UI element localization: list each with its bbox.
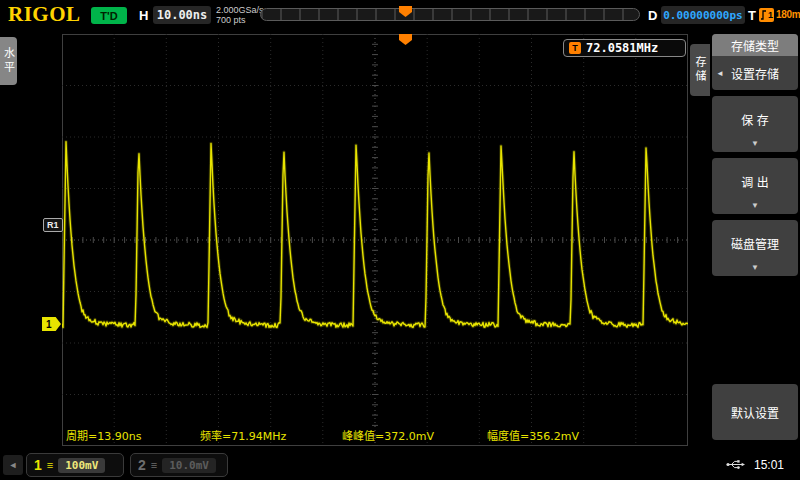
dropdown-icon: ▼ xyxy=(712,201,798,210)
memory-depth: 700 pts xyxy=(216,15,264,25)
menu-item-default-setup[interactable]: 默认设置 xyxy=(712,384,798,440)
channel1-badge[interactable]: 1 ≡ 100mV xyxy=(26,453,124,477)
menu-storage-type-value: ◄ 设置存储 xyxy=(712,56,798,90)
channel1-coupling-icon: ≡ xyxy=(47,459,53,471)
trigger-label: T xyxy=(748,8,756,23)
menu-storage-type-value-text: 设置存储 xyxy=(731,65,779,82)
channel1-level-marker: 1 xyxy=(42,317,61,331)
oscilloscope-screen: RIGOL T'D H 10.00ns 2.000GSa/s 700 pts D… xyxy=(0,0,800,480)
usb-icon xyxy=(726,458,746,471)
delay-label: D xyxy=(648,8,657,23)
reference-marker: R1 xyxy=(43,218,63,232)
trigger-status-badge: T'D xyxy=(91,7,127,24)
channel1-number: 1 xyxy=(34,457,42,473)
horizontal-label: H xyxy=(139,8,148,23)
timebase-readout[interactable]: 10.00ns xyxy=(153,6,211,24)
trigger-level-readout: 180mV xyxy=(776,9,800,20)
waveform-display xyxy=(62,34,688,446)
freq-counter-value: 72.0581MHz xyxy=(586,41,658,55)
freq-counter-trigger-icon: T xyxy=(569,42,581,54)
channel2-coupling-icon: ≡ xyxy=(151,459,157,471)
channel2-badge[interactable]: 2 ≡ 10.0mV xyxy=(130,453,228,477)
menu-default-label: 默认设置 xyxy=(712,384,798,440)
measurement-vpp: 峰峰值=372.0mV xyxy=(342,427,434,443)
clock: 15:01 xyxy=(754,458,784,472)
trigger-source-badge[interactable]: 1 xyxy=(759,8,774,22)
channel2-scale: 10.0mV xyxy=(162,458,216,473)
menu-item-disk-management[interactable]: 磁盘管理 ▼ xyxy=(712,220,798,276)
menu-disk-label: 磁盘管理 xyxy=(712,235,798,252)
delay-readout[interactable]: 0.00000000ps xyxy=(661,6,745,24)
dropdown-icon: ▼ xyxy=(712,263,798,272)
dropdown-icon: ▼ xyxy=(712,139,798,148)
menu-storage-type-title: 存储类型 xyxy=(712,34,798,56)
sample-rate-readout: 2.000GSa/s 700 pts xyxy=(216,5,264,25)
channel2-number: 2 xyxy=(138,457,146,473)
frequency-counter: T 72.0581MHz xyxy=(563,39,686,57)
menu-recall-label: 调 出 xyxy=(712,173,798,190)
menu-item-save[interactable]: 保 存 ▼ xyxy=(712,96,798,152)
measurement-period: 周期=13.90ns xyxy=(66,427,141,443)
rigol-logo: RIGOL xyxy=(8,2,81,27)
horizontal-position-bar xyxy=(260,8,640,21)
measurement-frequency: 频率=71.94MHz xyxy=(200,427,286,443)
tab-storage[interactable]: 存储 xyxy=(690,44,710,96)
expand-left-icon: ◄ xyxy=(716,69,724,78)
channel1-scale: 100mV xyxy=(58,458,105,473)
trigger-source: 1 xyxy=(768,10,773,20)
trigger-slope-icon xyxy=(760,10,767,20)
waveform-svg xyxy=(62,34,688,446)
measurement-amplitude: 幅度值=356.2mV xyxy=(487,427,579,443)
menu-save-label: 保 存 xyxy=(712,111,798,128)
sample-rate: 2.000GSa/s xyxy=(216,5,264,15)
collapse-menu-button[interactable]: ◄ xyxy=(3,455,23,475)
menu-item-storage-type[interactable]: 存储类型 ◄ 设置存储 xyxy=(712,34,798,90)
tab-horizontal[interactable]: 水平 xyxy=(0,37,17,85)
menu-item-recall[interactable]: 调 出 ▼ xyxy=(712,158,798,214)
